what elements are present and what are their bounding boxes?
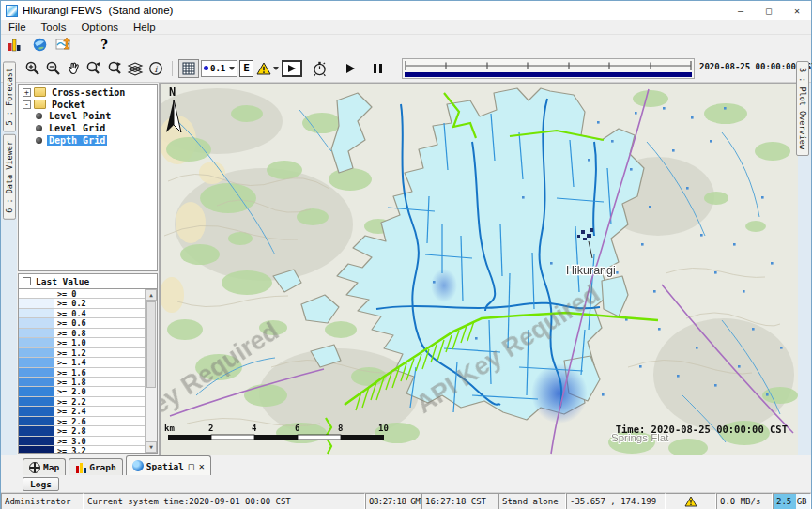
tree-item[interactable]: Cross-section <box>21 86 157 99</box>
legend-item-label: >= 2.6 <box>54 417 145 425</box>
status-coordinates: -35.657 , 174.199 <box>566 493 666 509</box>
tree-node-icon <box>36 137 42 144</box>
deep-water-patch <box>531 363 588 424</box>
layers-button[interactable] <box>125 59 146 78</box>
display-tab[interactable]: Map □ ✕ <box>23 458 66 475</box>
database-viewer-button[interactable] <box>5 35 25 54</box>
display-tab[interactable]: Graph □ ✕ <box>69 458 123 475</box>
tab-label: Map <box>43 462 59 472</box>
legend-color-swatch <box>19 446 54 454</box>
map-display-button[interactable] <box>29 35 50 54</box>
legend-item-label: >= 0.2 <box>54 299 145 307</box>
legend-item[interactable]: >= 2.4 <box>19 407 145 416</box>
minimize-button[interactable]: — <box>727 1 755 20</box>
grid-icon <box>182 62 195 75</box>
zoom-previous-button[interactable] <box>84 59 104 78</box>
legend-item[interactable]: >= 2.8 <box>19 426 145 436</box>
side-tab[interactable]: 5 : Forecast <box>3 61 16 131</box>
tree-item-label: Cross-section <box>50 87 127 98</box>
pan-hand-icon <box>66 61 81 76</box>
tree-expander-icon[interactable] <box>23 88 31 97</box>
side-tab[interactable]: 3 : Plot Overview <box>796 61 809 156</box>
tree-item[interactable]: Level Point <box>21 111 157 123</box>
menu-item[interactable]: Options <box>73 22 126 33</box>
maximize-button[interactable]: □ <box>755 1 783 20</box>
map-time-label: Time: 2020-08-25 00:00:00 CST <box>616 424 788 435</box>
logs-button[interactable]: Logs <box>23 477 59 491</box>
legend-item[interactable]: >= 1.6 <box>19 368 145 378</box>
chevron-down-icon <box>273 67 279 70</box>
legend-item[interactable]: >= 2.2 <box>19 397 145 407</box>
legend-item-label: >= 1.6 <box>54 368 145 377</box>
zoom-in-button[interactable] <box>22 59 42 78</box>
side-tab[interactable]: 6 : Data Viewer <box>3 134 16 220</box>
tab-maximize-icon[interactable]: □ <box>189 461 194 471</box>
legend-color-swatch <box>19 329 54 337</box>
legend-item[interactable]: >= 3.0 <box>19 437 145 446</box>
tree-expander-icon[interactable] <box>23 100 31 109</box>
legend-color-swatch <box>19 318 54 327</box>
menu-item[interactable]: File <box>1 22 34 33</box>
pause-button[interactable] <box>368 59 389 78</box>
svg-text:i: i <box>155 64 159 73</box>
window-title: Hikurangi FEWS (Stand alone) <box>23 5 173 16</box>
layers-icon <box>127 61 144 76</box>
legend-item-label: >= 1.0 <box>54 338 145 347</box>
legend-scrollbar[interactable]: ▲ ▼ <box>145 289 157 453</box>
toolbar-separator <box>84 37 84 52</box>
zoom-out-button[interactable] <box>42 59 63 78</box>
animation-button[interactable] <box>282 60 302 77</box>
scrollbar-thumb[interactable] <box>146 301 156 388</box>
display-tab[interactable]: Spatial □ ✕ <box>126 455 211 475</box>
status-warning-cell[interactable] <box>666 493 716 509</box>
grid-display-button[interactable] <box>178 59 199 78</box>
info-button[interactable]: i <box>146 59 166 78</box>
status-mode: Stand alone <box>498 493 566 509</box>
status-gmt-time: 08:27:18 GMT <box>365 493 421 509</box>
pan-button[interactable] <box>63 59 84 78</box>
status-local-time: 16:27:18 CST <box>421 493 498 509</box>
legend-item[interactable]: >= 0.2 <box>19 299 145 308</box>
zoom-next-button[interactable] <box>104 59 125 78</box>
tab-label: Graph <box>89 462 116 472</box>
legend-item[interactable]: >= 0.6 <box>19 318 145 328</box>
legend-item[interactable]: >= 0 <box>19 289 145 299</box>
tree-item[interactable]: Level Grid <box>21 122 157 134</box>
time-slider[interactable] <box>402 58 695 79</box>
tab-close-icon[interactable]: ✕ <box>199 461 205 471</box>
legend-item[interactable]: >= 1.2 <box>19 348 145 358</box>
close-button[interactable]: ✕ <box>783 1 811 20</box>
map-canvas[interactable]: API Key Required API Key Required N km 2… <box>161 84 798 455</box>
status-bar: Administrator Current system time:2020-0… <box>1 492 811 509</box>
legend-panel: >= 0 >= 0.2 >= 0.4 >= 0.6 >= 0.8 <box>18 289 158 454</box>
menu-item[interactable]: Help <box>126 22 163 33</box>
legend-item[interactable]: >= 0.4 <box>19 309 145 318</box>
menu-item[interactable]: Tools <box>34 22 74 33</box>
legend-item[interactable]: >= 2.6 <box>19 417 145 426</box>
timer-button[interactable] <box>310 59 330 78</box>
legend-color-swatch <box>19 426 54 435</box>
help-button[interactable]: ? <box>94 35 115 54</box>
legend-item[interactable]: >= 1.8 <box>19 378 145 387</box>
map-viewport[interactable]: API Key Required API Key Required N km 2… <box>160 83 797 455</box>
last-value-checkbox[interactable] <box>23 277 31 285</box>
tree-item[interactable]: Depth Grid <box>21 134 157 147</box>
scroll-up-icon[interactable]: ▲ <box>146 289 157 301</box>
scroll-down-icon[interactable]: ▼ <box>146 441 157 453</box>
legend-item[interactable]: >= 1.0 <box>19 338 145 347</box>
legend-item[interactable]: >= 1.4 <box>19 358 145 367</box>
status-transfer-rate: 0.0 MB/s <box>716 493 773 509</box>
legend-item[interactable]: >= 0.8 <box>19 329 145 338</box>
status-memory: 2.5 GB <box>773 493 811 509</box>
tree-item[interactable]: Pocket <box>21 99 157 111</box>
warning-dropdown-button[interactable] <box>253 59 282 78</box>
legend-item[interactable]: >= 3.2 <box>19 446 145 454</box>
legend-item[interactable]: >= 2.0 <box>19 387 145 396</box>
tree-item-label: Pocket <box>50 100 87 110</box>
labels-toggle-button[interactable]: E <box>239 60 253 77</box>
play-button[interactable] <box>340 59 360 78</box>
tree-node-icon <box>36 125 42 131</box>
time-series-button[interactable] <box>54 35 74 54</box>
zoom-next-icon <box>106 60 123 76</box>
contour-scale-dropdown[interactable]: 0.1 <box>201 60 237 77</box>
